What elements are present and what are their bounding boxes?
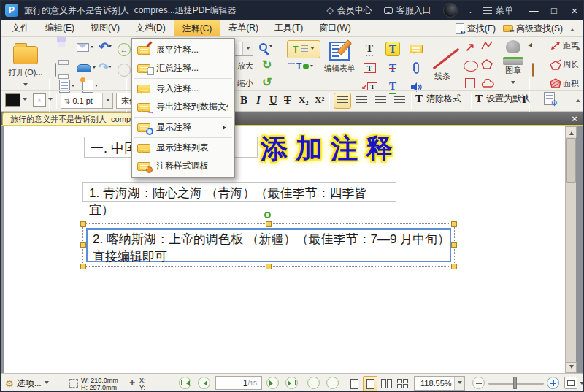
view-forward-button[interactable]: →: [326, 377, 339, 389]
distance-tool-button[interactable]: 距离: [550, 40, 579, 51]
first-page-button[interactable]: [179, 377, 191, 389]
prev-view-button[interactable]: ←: [118, 43, 131, 56]
stroke-color-picker[interactable]: [5, 93, 27, 107]
fit-page-button[interactable]: [564, 377, 577, 389]
undo-button[interactable]: ↶: [99, 39, 112, 55]
menu-document[interactable]: 文档(D): [128, 20, 174, 36]
underline-button[interactable]: U: [269, 94, 277, 107]
zoom-in-slider-button[interactable]: [547, 377, 559, 389]
align-justify-button[interactable]: [391, 93, 408, 109]
resize-handle-nw[interactable]: [80, 221, 86, 227]
menu-annotation[interactable]: 注释(C): [174, 20, 221, 36]
stroke-width-caret[interactable]: [102, 93, 112, 108]
view-back-button[interactable]: ←: [307, 377, 320, 389]
previous-page-button[interactable]: [198, 377, 210, 389]
two-page-continuous-button[interactable]: [395, 376, 410, 391]
menu-item-flatten-annotations[interactable]: 展平注释...: [132, 41, 234, 59]
scrollbar-thumb[interactable]: [566, 138, 576, 183]
email-button[interactable]: [77, 43, 93, 52]
align-center-button[interactable]: [353, 93, 370, 109]
sticky-note-button[interactable]: [407, 40, 426, 58]
close-document-icon[interactable]: ×: [569, 112, 580, 124]
last-page-button[interactable]: [285, 377, 298, 389]
superscript-button[interactable]: X²: [315, 94, 324, 106]
menu-form[interactable]: 表单(R): [220, 20, 266, 36]
close-button[interactable]: ×: [564, 1, 584, 20]
highlight-text-button[interactable]: T: [383, 40, 402, 58]
rectangle-tool-button[interactable]: [465, 78, 475, 88]
collapse-menubar-icon[interactable]: [570, 26, 575, 31]
annotation-properties-button[interactable]: ⚙: [544, 92, 555, 108]
arrow-tool-button[interactable]: ↗: [465, 40, 474, 54]
scroll-up-button[interactable]: [566, 126, 577, 137]
ellipse-tool-button[interactable]: [464, 61, 478, 72]
find-button[interactable]: ●● 查找(F): [456, 23, 496, 35]
typewriter-tool-button[interactable]: T: [360, 40, 379, 58]
menu-item-summarize-annotations[interactable]: 汇总注释...: [132, 59, 234, 77]
redo-button[interactable]: ↷: [99, 60, 112, 75]
polygon-tool-button[interactable]: [481, 59, 493, 73]
bold-button[interactable]: B: [240, 94, 247, 107]
next-page-button[interactable]: [266, 377, 279, 389]
options-button[interactable]: ⚙ 选项...: [5, 377, 49, 390]
align-left-button[interactable]: [334, 93, 351, 109]
resize-handle-ne[interactable]: [451, 221, 457, 227]
doc-textbox-selected[interactable]: 2. 喀纳斯湖：上帝的调色板 （新疆）（最佳季节：7—9 月中旬） 直接编辑即可: [86, 228, 451, 262]
minimize-button[interactable]: —: [523, 1, 544, 20]
resize-handle-se[interactable]: [451, 264, 457, 269]
zoom-tool-button[interactable]: [259, 43, 272, 51]
align-right-button[interactable]: [372, 93, 389, 109]
subscript-button[interactable]: X₂: [299, 94, 308, 106]
fit-options-caret-icon[interactable]: [580, 382, 584, 387]
apply-default-button[interactable]: T: [520, 93, 528, 106]
menu-edit[interactable]: 编辑(E): [37, 20, 82, 36]
menu-item-export-annotations[interactable]: → 导出注释到数据文件...: [132, 98, 234, 116]
two-page-layout-button[interactable]: [379, 376, 393, 391]
statusbar-zoom-combo[interactable]: 118.55%: [414, 376, 465, 391]
menu-item-show-annotations[interactable]: 显示注释: [132, 118, 234, 137]
open-button[interactable]: 打开(O)...: [5, 42, 46, 91]
app-menu-button[interactable]: 菜单: [477, 1, 519, 20]
next-view-button[interactable]: →: [118, 64, 131, 77]
zoom-out-slider-button[interactable]: [472, 377, 485, 389]
page-number-input[interactable]: 1/15: [215, 376, 262, 390]
scroll-down-button[interactable]: [566, 362, 577, 373]
zoom-in-button[interactable]: 放大: [237, 61, 253, 72]
vertical-scrollbar[interactable]: [565, 126, 576, 373]
menu-item-import-annotations[interactable]: → 导入注释...: [132, 80, 234, 98]
italic-button[interactable]: I: [256, 94, 261, 107]
add-text-image-button[interactable]: T: [288, 61, 313, 72]
rotate-left-button[interactable]: ↺: [262, 75, 272, 89]
print-button[interactable]: [55, 64, 56, 77]
doc-textbox-item1[interactable]: 1. 青海湖：陆心之海 （青海）（最佳季节：四季皆宜）: [82, 182, 396, 202]
single-page-layout-button[interactable]: [347, 376, 361, 391]
fill-color-picker[interactable]: ×: [33, 93, 53, 107]
perimeter-tool-button[interactable]: 周长: [550, 59, 579, 70]
menu-view[interactable]: 视图(V): [82, 20, 128, 36]
menu-file[interactable]: 文件: [4, 20, 37, 36]
strikethrough-button[interactable]: T: [284, 94, 291, 107]
edit-content-button-active[interactable]: T: [287, 40, 320, 58]
advanced-find-button[interactable]: ●● 高级查找(S): [503, 23, 563, 35]
menu-item-show-annotation-list[interactable]: 显示注释列表: [132, 139, 234, 157]
menu-window[interactable]: 窗口(W): [311, 20, 358, 36]
rotate-handle[interactable]: [264, 212, 271, 218]
polyline-tool-button[interactable]: [481, 40, 493, 53]
selection-bounds[interactable]: 2. 喀纳斯湖：上帝的调色板 （新疆）（最佳季节：7—9 月中旬） 直接编辑即可: [82, 223, 455, 267]
stroke-width-stepper[interactable]: ⇅ 0.1 pt: [61, 93, 113, 109]
resize-handle-e[interactable]: [451, 242, 457, 248]
continuous-layout-button[interactable]: [363, 376, 377, 391]
rotate-right-button[interactable]: ↻: [262, 58, 272, 72]
menu-item-annotation-style-palette[interactable]: 注释样式调板: [132, 157, 234, 175]
eraser-tool-button[interactable]: [532, 64, 534, 77]
area-tool-button[interactable]: 面积: [550, 78, 579, 89]
zoom-slider-thumb[interactable]: [513, 377, 517, 389]
resize-handle-sw[interactable]: [80, 264, 86, 269]
scan-button[interactable]: [77, 64, 96, 72]
attach-file-button[interactable]: [407, 59, 426, 77]
edit-form-button[interactable]: 编辑表单: [320, 40, 358, 74]
textbox-tool-button[interactable]: T: [360, 59, 379, 77]
statusbar-zoom-caret[interactable]: [454, 377, 464, 390]
maximize-button[interactable]: □: [544, 1, 564, 20]
member-center-button[interactable]: ◇ 会员中心: [320, 1, 377, 20]
